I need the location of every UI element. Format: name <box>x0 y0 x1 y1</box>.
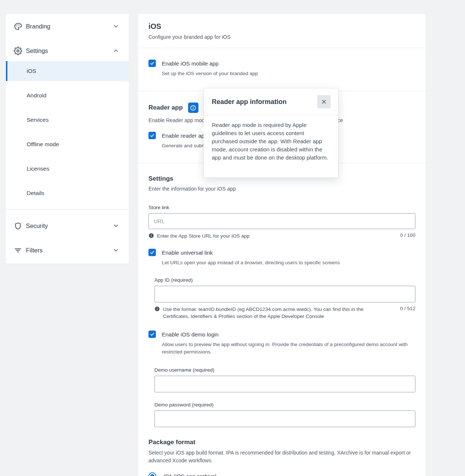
page-header: iOS Configure your branded app for iOS <box>138 14 426 48</box>
universal-link-label: Enable universal link <box>162 249 340 256</box>
radio-label: IPA (iOS app archive) <box>164 473 217 476</box>
store-link-counter: 0 / 100 <box>400 232 415 238</box>
main-content: iOS Configure your branded app for iOS E… <box>138 14 426 476</box>
demo-password-label: Demo password (required) <box>154 402 214 408</box>
sidebar-item-ios[interactable]: iOS <box>6 61 129 81</box>
universal-link-description: Let URLs open your app instead of a brow… <box>162 259 340 267</box>
settings-form-section: Settings Enter the information for your … <box>138 163 426 476</box>
page-subtitle: Configure your branded app for iOS <box>148 34 415 48</box>
sidebar-item-settings[interactable]: Settings <box>6 43 129 59</box>
sidebar-subitem-label: Licenses <box>27 165 49 172</box>
chevron-down-icon <box>113 222 119 229</box>
store-link-label: Store link <box>148 205 169 210</box>
gear-icon <box>14 47 22 55</box>
check-icon <box>150 133 155 138</box>
package-format-title: Package format <box>148 439 415 446</box>
sidebar-item-offline-mode[interactable]: Offline mode <box>6 134 129 154</box>
enable-ios-description: Set up the iOS version of your branded a… <box>162 70 258 77</box>
sidebar-item-branding[interactable]: Branding <box>6 18 129 34</box>
info-filled-icon <box>148 233 154 238</box>
settings-subtitle: Enter the information for your iOS app <box>148 186 415 192</box>
popover-body: Reader app mode is required by Apple gui… <box>204 115 338 169</box>
page-title: iOS <box>148 14 415 31</box>
demo-password-input[interactable] <box>154 410 415 427</box>
sidebar-item-label: Security <box>26 222 48 229</box>
sidebar-item-licenses[interactable]: Licenses <box>6 159 129 179</box>
demo-username-input[interactable] <box>154 376 415 392</box>
sidebar-subitem-label: Services <box>27 117 48 123</box>
sidebar-item-services[interactable]: Services <box>6 110 129 130</box>
close-icon[interactable] <box>317 95 331 108</box>
sidebar-item-filters[interactable]: Filters <box>6 242 129 258</box>
package-format-description: Select your iOS app build format. IPA is… <box>148 449 415 465</box>
sidebar-item-security[interactable]: Security <box>6 218 129 234</box>
chevron-down-icon <box>113 23 119 30</box>
sidebar-item-label: Settings <box>26 47 48 54</box>
chevron-down-icon <box>113 247 119 254</box>
sidebar-item-android[interactable]: Android <box>6 86 129 105</box>
reader-app-checkbox[interactable] <box>148 132 156 139</box>
shield-icon <box>14 222 22 230</box>
demo-login-description: Allow users to preview the app without s… <box>162 341 415 356</box>
sidebar: Branding Settings iOS Android Services O… <box>6 14 129 264</box>
store-link-helper: Enter the App Store URL for your iOS app <box>157 232 250 239</box>
sidebar-subitem-label: Offline mode <box>27 141 59 148</box>
sidebar-subitem-label: Android <box>27 92 46 99</box>
popover-title: Reader app information <box>212 98 287 106</box>
universal-link-checkbox[interactable] <box>148 249 156 256</box>
sidebar-subitem-label: Details <box>27 190 44 197</box>
radio-selected-icon <box>148 472 156 476</box>
app-id-input[interactable] <box>154 286 415 302</box>
check-icon <box>150 332 155 337</box>
radio-option-ipa[interactable]: IPA (iOS app archive) <box>148 472 415 476</box>
app-id-counter: 0 / 512 <box>400 306 415 311</box>
sidebar-item-details[interactable]: Details <box>6 183 129 203</box>
check-icon <box>150 61 155 66</box>
app-id-label: App ID (required) <box>154 277 193 283</box>
info-icon[interactable] <box>188 103 198 113</box>
ios-settings-card: iOS Configure your branded app for iOS E… <box>138 14 426 476</box>
sidebar-item-label: Branding <box>26 23 50 30</box>
chevron-up-icon <box>113 47 119 54</box>
demo-login-label: Enable iOS demo login <box>162 331 415 338</box>
demo-login-checkbox[interactable] <box>148 331 156 338</box>
sidebar-divider <box>6 209 129 209</box>
enable-ios-checkbox[interactable] <box>148 60 156 67</box>
palette-icon <box>14 22 22 31</box>
sidebar-subitem-label: iOS <box>27 68 36 74</box>
demo-username-label: Demo username (required) <box>154 367 214 373</box>
enable-ios-label: Enable iOS mobile app <box>162 60 258 67</box>
check-icon <box>150 250 155 255</box>
reader-app-title: Reader app <box>148 104 183 111</box>
filter-icon <box>14 246 22 255</box>
app-id-helper: Use the format: teamID.bundleID (eg ABCD… <box>163 306 370 320</box>
enable-ios-section: Enable iOS mobile app Set up the iOS ver… <box>138 48 426 91</box>
info-filled-icon <box>154 306 160 312</box>
sidebar-item-label: Filters <box>26 247 43 254</box>
store-link-input[interactable] <box>148 213 415 229</box>
reader-app-info-popover: Reader app information Reader app mode i… <box>204 88 338 178</box>
